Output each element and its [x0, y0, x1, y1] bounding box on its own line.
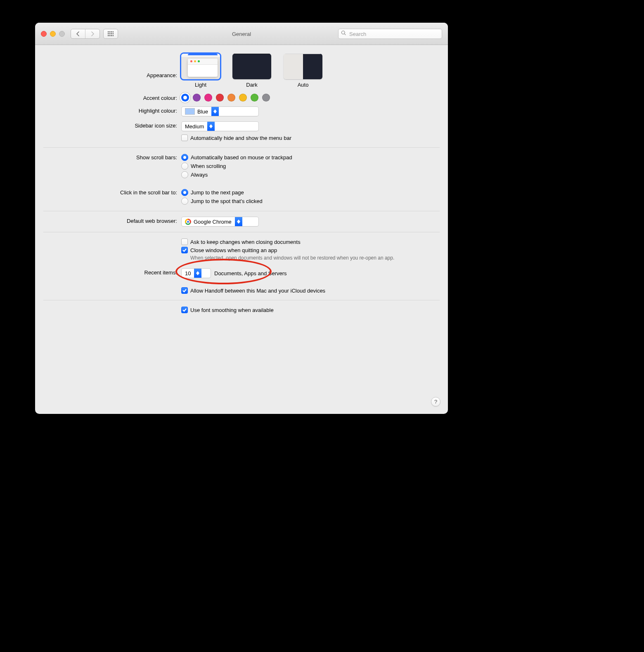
highlight-colour-label: Highlight colour: — [35, 106, 181, 114]
appearance-option-dark[interactable]: Dark — [232, 54, 271, 88]
chevron-updown-icon — [207, 122, 215, 131]
toolbar: General — [35, 23, 448, 45]
accent-colour-label: Accent colour: — [35, 94, 181, 101]
scrollbars-option-auto[interactable]: Automatically based on mouse or trackpad — [181, 153, 423, 162]
auto-hide-menubar-checkbox[interactable]: Automatically hide and show the menu bar — [181, 134, 423, 142]
svg-rect-2 — [111, 31, 112, 33]
accent-swatch[interactable] — [204, 94, 212, 102]
help-button[interactable]: ? — [431, 397, 440, 406]
svg-rect-7 — [113, 33, 114, 34]
accent-colour-swatches — [181, 94, 423, 102]
appearance-label: Appearance: — [35, 54, 181, 78]
checkbox-label: Automatically hide and show the menu bar — [190, 135, 291, 141]
accent-swatch[interactable] — [193, 94, 201, 102]
highlight-colour-select[interactable]: Blue — [181, 106, 259, 116]
search-input[interactable] — [348, 30, 439, 37]
checkbox-label: Allow Handoff between this Mac and your … — [190, 288, 325, 294]
accent-swatch[interactable] — [239, 94, 247, 102]
svg-rect-9 — [109, 35, 111, 36]
search-icon — [341, 31, 346, 37]
checkbox-label: Ask to keep changes when closing documen… — [190, 239, 301, 245]
recent-items-value: 10 — [185, 270, 191, 276]
svg-rect-4 — [108, 33, 109, 34]
sidebar-size-select[interactable]: Medium — [181, 121, 259, 131]
close-windows-hint: When selected, open documents and window… — [190, 255, 405, 261]
accent-swatch[interactable] — [262, 94, 270, 102]
recent-items-label: Recent items: — [35, 268, 181, 276]
radio-label: Jump to the next page — [191, 189, 244, 196]
font-smoothing-checkbox[interactable]: Use font smoothing when available — [181, 306, 423, 314]
ask-keep-changes-checkbox[interactable]: Ask to keep changes when closing documen… — [181, 238, 423, 246]
nav-back-forward — [71, 29, 100, 39]
content: Appearance: Light — [35, 45, 448, 324]
svg-rect-11 — [113, 35, 114, 36]
sidebar-size-value: Medium — [185, 123, 204, 130]
minimize-icon[interactable] — [50, 31, 56, 37]
svg-rect-10 — [111, 35, 112, 36]
window-title: General — [232, 31, 251, 37]
svg-rect-8 — [108, 35, 109, 36]
checkbox-label: Use font smoothing when available — [190, 307, 274, 313]
highlight-colour-value: Blue — [197, 109, 208, 115]
checkbox-label: Close windows when quitting an app — [190, 247, 277, 253]
close-icon[interactable] — [41, 31, 47, 37]
appearance-option-light[interactable]: Light — [181, 54, 220, 88]
chevron-updown-icon — [235, 217, 242, 226]
close-windows-checkbox[interactable]: Close windows when quitting an app — [181, 246, 423, 254]
chevron-updown-icon — [194, 269, 201, 278]
svg-rect-3 — [113, 31, 114, 33]
chevron-updown-icon — [211, 107, 219, 116]
recent-items-suffix: Documents, Apps and Servers — [214, 270, 287, 276]
back-button[interactable] — [71, 29, 85, 38]
preferences-window: General Appearance: — [35, 23, 448, 414]
default-browser-value: Google Chrome — [194, 219, 232, 225]
svg-rect-1 — [109, 31, 111, 33]
svg-rect-0 — [108, 31, 109, 33]
window-controls — [41, 31, 65, 37]
recent-items-select[interactable]: 10 — [181, 268, 211, 278]
radio-label: When scrolling — [191, 163, 226, 169]
appearance-option-label: Light — [195, 82, 206, 88]
radio-label: Automatically based on mouse or trackpad — [191, 154, 292, 161]
scrollbars-option-always[interactable]: Always — [181, 170, 423, 179]
radio-label: Jump to the spot that's clicked — [191, 198, 263, 204]
accent-swatch[interactable] — [181, 94, 189, 102]
default-browser-select[interactable]: Google Chrome — [181, 217, 259, 227]
search-field[interactable] — [338, 28, 442, 39]
chrome-icon — [185, 219, 191, 225]
accent-swatch[interactable] — [227, 94, 235, 102]
svg-rect-5 — [109, 33, 111, 34]
default-browser-label: Default web browser: — [35, 217, 181, 224]
handoff-checkbox[interactable]: Allow Handoff between this Mac and your … — [181, 286, 423, 295]
forward-button[interactable] — [85, 29, 99, 38]
scrollclick-option-next-page[interactable]: Jump to the next page — [181, 188, 423, 197]
scrollclick-option-jump-to-spot[interactable]: Jump to the spot that's clicked — [181, 197, 423, 206]
scrollbar-click-label: Click in the scroll bar to: — [35, 188, 181, 196]
appearance-option-label: Auto — [298, 82, 309, 88]
svg-rect-6 — [111, 33, 112, 34]
sidebar-size-label: Sidebar icon size: — [35, 121, 181, 129]
highlight-swatch-icon — [185, 108, 195, 115]
appearance-option-label: Dark — [246, 82, 257, 88]
zoom-icon — [59, 31, 65, 37]
show-scrollbars-label: Show scroll bars: — [35, 153, 181, 161]
accent-swatch[interactable] — [216, 94, 224, 102]
accent-swatch[interactable] — [251, 94, 258, 102]
show-all-button[interactable] — [103, 29, 118, 39]
radio-label: Always — [191, 172, 208, 178]
scrollbars-option-when-scrolling[interactable]: When scrolling — [181, 162, 423, 170]
appearance-option-auto[interactable]: Auto — [284, 54, 322, 88]
